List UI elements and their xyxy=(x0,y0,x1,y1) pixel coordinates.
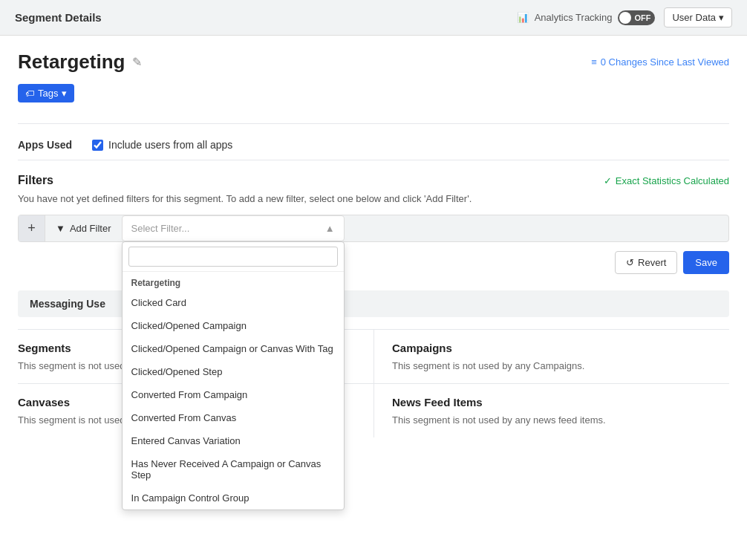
filters-description: You have not yet defined filters for thi… xyxy=(18,193,729,204)
title-row: Retargeting ✎ ≡ 0 Changes Since Last Vie… xyxy=(18,51,729,74)
filter-bar: + ▼ Add Filter Select Filter... ▲ Retarg… xyxy=(18,215,729,242)
apps-used-row: Apps Used Include users from all apps xyxy=(18,130,729,160)
chevron-up-icon: ▲ xyxy=(325,223,335,234)
filter-icon: ▼ xyxy=(56,223,65,234)
changes-link[interactable]: ≡ 0 Changes Since Last Viewed xyxy=(591,56,729,68)
tags-button[interactable]: 🏷 Tags ▾ xyxy=(18,84,74,102)
dropdown-item-converted-from-campaign[interactable]: Converted From Campaign xyxy=(123,383,344,406)
campaigns-title: Campaigns xyxy=(392,342,729,354)
filter-select-placeholder: Select Filter... xyxy=(131,223,190,234)
tag-icon: 🏷 xyxy=(25,88,34,99)
dropdown-item-clicked-opened-campaign-canvas-tag[interactable]: Clicked/Opened Campaign or Canvas With T… xyxy=(123,337,344,360)
dropdown-item-converted-from-canvas[interactable]: Converted From Canvas xyxy=(123,406,344,429)
dropdown-item-entered-canvas-variation[interactable]: Entered Canvas Variation xyxy=(123,429,344,452)
save-button[interactable]: Save xyxy=(683,251,729,274)
revert-label: Revert xyxy=(638,257,666,268)
filters-header: Filters ✓ Exact Statistics Calculated xyxy=(18,174,729,187)
news-feed-items-description: This segment is not used by any news fee… xyxy=(392,414,729,426)
include-all-apps-checkbox[interactable] xyxy=(92,140,103,151)
top-navigation: Segment Details 📊 Analytics Tracking OFF… xyxy=(0,0,747,36)
dropdown-item-clicked-opened-campaign[interactable]: Clicked/Opened Campaign xyxy=(123,314,344,337)
page-content: Retargeting ✎ ≡ 0 Changes Since Last Vie… xyxy=(0,36,747,560)
news-feed-items-section: News Feed Items This segment is not used… xyxy=(374,383,729,437)
filter-select-wrapper: Select Filter... ▲ Retargeting Clicked C… xyxy=(122,215,728,241)
dropdown-scroll-area[interactable]: Retargeting Clicked Card Clicked/Opened … xyxy=(123,272,344,509)
filters-title: Filters xyxy=(18,174,53,187)
filter-plus-button[interactable]: + xyxy=(19,215,45,241)
analytics-tracking-label: Analytics Tracking xyxy=(535,12,613,23)
list-icon: ≡ xyxy=(591,56,597,68)
news-feed-items-title: News Feed Items xyxy=(392,396,729,408)
save-label: Save xyxy=(695,257,717,268)
nav-title: Segment Details xyxy=(15,11,102,24)
chevron-down-icon: ▾ xyxy=(719,12,724,23)
filter-select-display[interactable]: Select Filter... ▲ xyxy=(122,215,345,241)
dropdown-item-clicked-card[interactable]: Clicked Card xyxy=(123,291,344,314)
filter-dropdown: Retargeting Clicked Card Clicked/Opened … xyxy=(122,241,345,510)
revert-button[interactable]: ↺ Revert xyxy=(615,251,677,274)
messaging-use-title: Messaging Use xyxy=(30,298,105,310)
tags-chevron-icon: ▾ xyxy=(62,88,67,99)
apps-used-label: Apps Used xyxy=(18,139,77,151)
add-filter-button[interactable]: ▼ Add Filter xyxy=(45,215,122,241)
revert-icon: ↺ xyxy=(626,257,634,268)
add-filter-label: Add Filter xyxy=(70,223,111,234)
analytics-toggle[interactable]: OFF xyxy=(618,10,655,25)
checkmark-icon: ✓ xyxy=(604,175,612,186)
divider-1 xyxy=(18,123,729,124)
toggle-knob xyxy=(619,12,631,24)
exact-stats-label: ✓ Exact Statistics Calculated xyxy=(604,175,729,186)
nav-right: 📊 Analytics Tracking OFF User Data ▾ xyxy=(517,7,732,27)
changes-label: 0 Changes Since Last Viewed xyxy=(601,56,729,68)
bar-chart-icon: 📊 xyxy=(517,12,529,23)
include-all-apps-checkbox-label[interactable]: Include users from all apps xyxy=(92,139,232,151)
tags-label: Tags xyxy=(38,88,58,99)
edit-icon[interactable]: ✎ xyxy=(132,55,142,69)
user-data-label: User Data xyxy=(672,12,716,23)
include-all-apps-text: Include users from all apps xyxy=(108,139,232,151)
dropdown-search-wrapper xyxy=(123,242,344,272)
analytics-tracking-section: 📊 Analytics Tracking OFF xyxy=(517,10,656,25)
title-left: Retargeting ✎ xyxy=(18,51,142,74)
dropdown-search-input[interactable] xyxy=(128,247,338,267)
filters-section: Filters ✓ Exact Statistics Calculated Yo… xyxy=(18,160,729,290)
dropdown-item-in-campaign-control-group[interactable]: In Campaign Control Group xyxy=(123,486,344,509)
user-data-button[interactable]: User Data ▾ xyxy=(664,7,732,27)
toggle-state-label: OFF xyxy=(634,13,650,22)
dropdown-section-label: Retargeting xyxy=(123,272,344,291)
dropdown-item-never-received-campaign-canvas[interactable]: Has Never Received A Campaign or Canvas … xyxy=(123,452,344,486)
dropdown-item-clicked-opened-step[interactable]: Clicked/Opened Step xyxy=(123,360,344,383)
campaigns-description: This segment is not used by any Campaign… xyxy=(392,360,729,371)
page-title: Retargeting xyxy=(18,51,125,74)
campaigns-section: Campaigns This segment is not used by an… xyxy=(374,329,729,383)
